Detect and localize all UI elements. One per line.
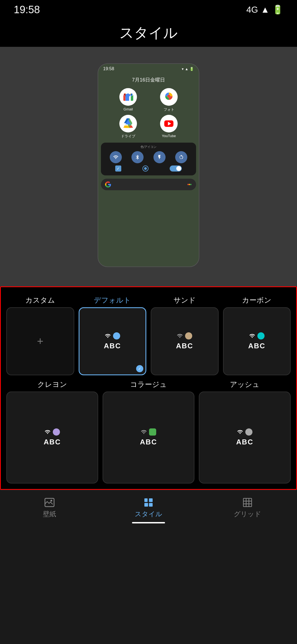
style-sand-label: サンド (174, 295, 196, 305)
qs-icons-row (105, 151, 192, 163)
phone-search-bar (101, 179, 196, 190)
style-carbon-abc: ABC (248, 342, 265, 350)
style-ash-label: アッシュ (230, 380, 260, 389)
style-crayon-label: クレヨン (37, 380, 67, 389)
page-title: スタイル (119, 23, 178, 43)
app-drive: ドライブ (109, 115, 147, 139)
style-sand-icons (177, 332, 192, 339)
drive-label: ドライブ (121, 134, 135, 139)
svg-point-6 (189, 184, 190, 185)
style-card-sand[interactable]: ABC (151, 307, 219, 375)
qs-toggle (170, 165, 182, 172)
style-check-icon: ✓ (136, 365, 143, 372)
style-card-crayon[interactable]: ABC (6, 392, 98, 483)
style-card-ash[interactable]: ABC (199, 392, 291, 483)
signal-icon: ▲ (261, 5, 270, 15)
app-photos: フォト (150, 88, 188, 112)
svg-point-7 (190, 184, 192, 185)
svg-rect-12 (149, 498, 153, 502)
photos-label: フォト (164, 107, 174, 112)
status-time: 19:58 (14, 4, 40, 16)
nav-wallpaper[interactable]: 壁紙 (0, 497, 99, 518)
quick-settings-panel: 色/アイコン ✓ (101, 143, 196, 175)
ash-dot (245, 428, 252, 436)
style-grid-row1: カスタム + デフォルト ABC ✓ サンド (6, 295, 291, 375)
youtube-icon (160, 115, 178, 132)
style-item-collage[interactable]: コラージュ ABC (103, 380, 194, 483)
youtube-label: YouTube (162, 134, 176, 138)
status-bar: 19:58 4G ▲ 🔋 (0, 0, 297, 19)
style-sand-abc: ABC (176, 342, 193, 350)
style-ash-abc: ABC (236, 438, 253, 446)
phone-status-bar: 19:58 ▾ ▲ 🔋 (98, 64, 199, 74)
style-custom-label: カスタム (25, 295, 55, 305)
style-card-default[interactable]: ABC ✓ (79, 307, 147, 375)
style-default-abc: ABC (104, 342, 121, 350)
phone-mockup: 19:58 ▾ ▲ 🔋 7月16日金曜日 (98, 63, 199, 267)
status-icons: 4G ▲ 🔋 (246, 4, 283, 15)
style-default-icons (105, 332, 120, 339)
style-carbon-label: カーボン (242, 295, 271, 305)
style-item-crayon[interactable]: クレヨン ABC (6, 380, 98, 483)
nav-grid[interactable]: グリッド (198, 497, 297, 518)
qs-rotate-btn (175, 151, 187, 163)
app-youtube: YouTube (150, 115, 188, 139)
style-item-ash[interactable]: アッシュ ABC (199, 380, 291, 483)
phone-signal-icon: ▲ (185, 67, 188, 71)
svg-rect-15 (243, 498, 252, 507)
crayon-dot (53, 428, 60, 436)
qs-flashlight-btn (153, 151, 166, 163)
style-card-collage[interactable]: ABC (103, 392, 194, 483)
photos-icon (160, 88, 178, 106)
wallpaper-icon (44, 497, 55, 508)
nav-wallpaper-label: 壁紙 (43, 510, 56, 518)
svg-point-5 (188, 184, 189, 185)
nav-style-label: スタイル (135, 510, 162, 518)
gmail-icon (119, 88, 137, 106)
style-icon (143, 497, 154, 508)
app-bar: スタイル (0, 19, 297, 47)
qs-radio (142, 165, 148, 172)
svg-rect-11 (144, 498, 148, 502)
phone-apps: Gmail フォト (98, 88, 199, 139)
qs-controls-row: ✓ (105, 165, 192, 172)
nav-style[interactable]: スタイル (99, 497, 198, 518)
style-item-default[interactable]: デフォルト ABC ✓ (79, 295, 147, 375)
style-selector: カスタム + デフォルト ABC ✓ サンド (0, 286, 297, 490)
nav-grid-label: グリッド (234, 510, 261, 518)
home-indicator (132, 522, 165, 523)
grid-icon (242, 497, 253, 508)
gmail-label: Gmail (123, 107, 133, 111)
style-carbon-icons (249, 332, 265, 339)
style-card-custom[interactable]: + (6, 307, 74, 375)
phone-status-icons: ▾ ▲ 🔋 (182, 67, 194, 71)
phone-wifi-icon: ▾ (182, 67, 184, 71)
style-item-carbon[interactable]: カーボン ABC (223, 295, 291, 375)
style-collage-label: コラージュ (130, 380, 167, 389)
style-grid-row2: クレヨン ABC コラージュ ABC アッシュ (6, 380, 291, 483)
drive-icon (119, 115, 137, 132)
signal-label: 4G (246, 5, 258, 15)
style-ash-icons (237, 428, 252, 436)
style-collage-icons (141, 428, 156, 436)
default-dot (113, 332, 120, 339)
collage-dot (149, 428, 156, 436)
svg-rect-13 (144, 503, 148, 507)
battery-icon: 🔋 (272, 4, 283, 15)
qs-bluetooth-btn (131, 151, 144, 163)
style-crayon-icons (45, 428, 60, 436)
carbon-dot (257, 332, 265, 339)
style-card-carbon[interactable]: ABC (223, 307, 291, 375)
bottom-nav: 壁紙 スタイル グリッド (0, 490, 297, 526)
phone-date: 7月16日金曜日 (98, 74, 199, 88)
qs-checkbox: ✓ (115, 165, 121, 172)
style-item-sand[interactable]: サンド ABC (151, 295, 219, 375)
svg-rect-14 (149, 503, 153, 507)
qs-title: 色/アイコン (105, 145, 192, 149)
qs-wifi-btn (110, 151, 122, 163)
plus-icon: + (37, 335, 43, 347)
app-gmail: Gmail (109, 88, 147, 112)
phone-time: 19:58 (103, 66, 114, 71)
phone-battery-icon: 🔋 (189, 67, 194, 71)
style-item-custom[interactable]: カスタム + (6, 295, 74, 375)
